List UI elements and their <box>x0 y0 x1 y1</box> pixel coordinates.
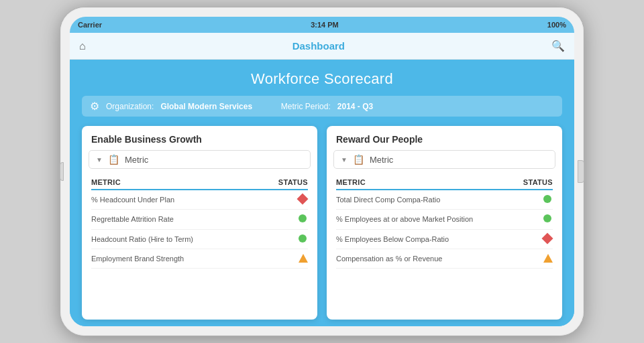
table-row: Regrettable Attrition Rate <box>91 210 308 229</box>
nav-title: Dashboard <box>292 40 345 52</box>
table-row: % Employees Below Compa-Ratio <box>336 230 553 249</box>
card-enable-business-growth: Enable Business Growth ▼ 📋 Metric Metric… <box>82 126 317 320</box>
metric-dropdown-2[interactable]: ▼ 📋 Metric <box>333 150 555 169</box>
ipad-side-button <box>60 162 64 181</box>
metric-name: % Employees Below Compa-Ratio <box>336 234 543 244</box>
calendar-icon-2: 📋 <box>353 154 364 165</box>
ipad-home-button[interactable] <box>578 160 584 183</box>
status-green-circle <box>299 234 308 244</box>
metric-name: Headcount Ratio (Hire to Term) <box>91 234 299 244</box>
page-title: Workforce Scorecard <box>82 70 562 88</box>
table-row: % Employees at or above Market Position <box>336 210 553 229</box>
metric-name: Employment Brand Strength <box>91 254 299 263</box>
metric-name: Total Direct Comp Compa-Ratio <box>336 195 543 204</box>
status-red-diamond <box>543 234 553 244</box>
card-header-1: Enable Business Growth <box>82 126 317 150</box>
status-bar: Carrier 3:14 PM 100% <box>70 17 574 33</box>
metric-name: % Employees at or above Market Position <box>336 214 543 224</box>
card-reward-our-people: Reward Our People ▼ 📋 Metric Metric Stat… <box>327 126 562 320</box>
org-label: Organization: <box>106 102 154 111</box>
settings-icon[interactable]: ⚙ <box>90 100 99 113</box>
status-orange-triangle <box>543 254 553 263</box>
table-header-2: Metric Status <box>336 176 553 190</box>
filter-separator <box>264 102 269 111</box>
search-icon[interactable]: 🔍 <box>551 40 565 52</box>
status-green-circle <box>543 195 553 204</box>
carrier-label: Carrier <box>78 21 102 29</box>
metric-table-1: Metric Status % Headcount Under Plan Reg… <box>82 176 317 320</box>
period-value: 2014 - Q3 <box>337 102 373 111</box>
status-red-diamond <box>299 195 308 204</box>
col1-header-1: Metric <box>91 178 121 186</box>
dropdown-row-1: ▼ 📋 Metric <box>82 150 317 176</box>
dropdown-label-2: Metric <box>370 155 393 165</box>
status-green-circle <box>299 214 308 224</box>
table-row: Headcount Ratio (Hire to Term) <box>91 230 308 249</box>
metric-name: Regrettable Attrition Rate <box>91 214 299 224</box>
col2-header-1: Status <box>278 178 308 186</box>
cards-row: Enable Business Growth ▼ 📋 Metric Metric… <box>82 126 562 320</box>
calendar-icon-1: 📋 <box>108 154 119 165</box>
dropdown-row-2: ▼ 📋 Metric <box>327 150 562 176</box>
metric-name: Compensation as % or Revenue <box>336 254 543 263</box>
time-label: 3:14 PM <box>311 21 339 29</box>
table-row: Employment Brand Strength <box>91 249 308 269</box>
table-header-1: Metric Status <box>91 176 308 190</box>
table-row: % Headcount Under Plan <box>91 190 308 210</box>
status-green-circle <box>543 214 553 224</box>
org-value: Global Modern Services <box>160 102 252 111</box>
filter-bar: ⚙ Organization: Global Modern Services M… <box>82 96 562 117</box>
status-orange-triangle <box>299 254 308 263</box>
metric-table-2: Metric Status Total Direct Comp Compa-Ra… <box>327 176 562 320</box>
main-content: Workforce Scorecard ⚙ Organization: Glob… <box>70 60 574 326</box>
metric-name: % Headcount Under Plan <box>91 195 299 204</box>
table-row: Compensation as % or Revenue <box>336 249 553 269</box>
nav-bar: ⌂ Dashboard 🔍 <box>70 33 574 60</box>
ipad-frame: Carrier 3:14 PM 100% ⌂ Dashboard 🔍 Workf… <box>60 7 584 336</box>
metric-dropdown-1[interactable]: ▼ 📋 Metric <box>89 150 311 169</box>
col2-header-2: Status <box>523 178 553 186</box>
card-header-2: Reward Our People <box>327 126 562 150</box>
dropdown-label-1: Metric <box>125 155 148 165</box>
battery-label: 100% <box>547 21 566 29</box>
home-icon[interactable]: ⌂ <box>79 40 86 52</box>
ipad-screen: Carrier 3:14 PM 100% ⌂ Dashboard 🔍 Workf… <box>70 17 574 326</box>
dropdown-arrow-2: ▼ <box>341 156 347 163</box>
col1-header-2: Metric <box>336 178 366 186</box>
dropdown-arrow-1: ▼ <box>96 156 103 163</box>
table-row: Total Direct Comp Compa-Ratio <box>336 190 553 210</box>
period-label: Metric Period: <box>281 102 331 111</box>
